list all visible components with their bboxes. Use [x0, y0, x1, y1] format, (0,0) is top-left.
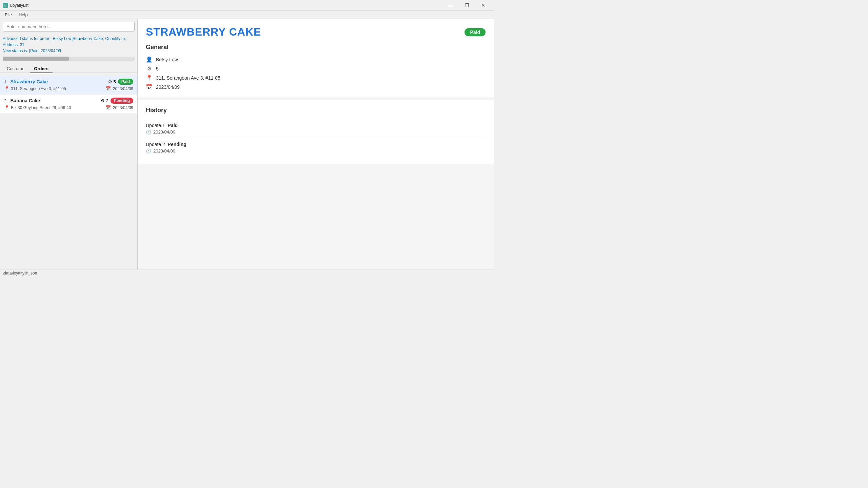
history-item: Update 2 :Pending 🕐 2023/04/09 [146, 138, 486, 157]
tab-customer[interactable]: Customer [3, 65, 30, 73]
clock-icon-2: 🕐 [146, 148, 151, 154]
history-date-2: 2023/04/09 [153, 148, 175, 154]
status-path: \data\loyaltylift.json [3, 271, 37, 276]
order-number: 1. [4, 79, 8, 84]
minimize-button[interactable]: — [443, 0, 458, 11]
location-icon: 📍 [4, 105, 9, 110]
quantity-icon: ⚙ [101, 98, 105, 103]
detail-status-badge: Paid [465, 28, 486, 36]
history-item-title: Update 1 :Paid [146, 123, 486, 128]
settings-icon: ⚙ [146, 65, 153, 72]
menu-help[interactable]: Help [15, 12, 31, 18]
history-label-1: Update 1 : [146, 123, 168, 128]
order-status-badge: Paid [118, 79, 133, 85]
history-date-row: 🕐 2023/04/09 [146, 129, 486, 135]
order-meta-row: 📍 Blk 30 Geylang Street 29, #06-40 📅 202… [4, 105, 133, 110]
order-qty-row: ⚙ 2 [101, 98, 108, 103]
quantity-icon: ⚙ [108, 79, 112, 84]
order-address: Blk 30 Geylang Street 29, #06-40 [11, 105, 71, 110]
location-icon: 📍 [4, 86, 9, 91]
general-section-title: General [146, 44, 486, 52]
detail-header: STRAWBERRY CAKE Paid [146, 26, 486, 38]
app-body: Advanced status for order: [Betsy Low]St… [0, 19, 494, 269]
info-row-address: 📍 311, Serangoon Ave 3, #11-05 [146, 75, 486, 81]
order-number: 2. [4, 98, 8, 103]
command-input-area [0, 19, 137, 34]
detail-card: STRAWBERRY CAKE Paid General 👤 Betsy Low… [138, 19, 494, 97]
clock-icon-1: 🕐 [146, 129, 151, 135]
map-pin-icon: 📍 [146, 75, 153, 81]
order-address: 311, Serangoon Ave 3, #11-05 [11, 86, 66, 91]
command-output-line1: Advanced status for order: [Betsy Low]St… [3, 36, 135, 48]
order-list: 1. Strawberry Cake ⚙ 5 Paid 📍 311, [0, 73, 137, 269]
window-controls: — ❐ ✕ [443, 0, 491, 11]
order-date-row: 📅 2023/04/09 [105, 86, 133, 91]
calendar-icon: 📅 [105, 86, 111, 91]
order-qty-row: ⚙ 5 [108, 79, 116, 84]
history-status-1: Paid [168, 123, 178, 128]
menu-file[interactable]: File [1, 12, 15, 18]
address-value: 311, Serangoon Ave 3, #11-05 [156, 75, 220, 81]
status-bar: \data\loyaltylift.json [0, 269, 494, 277]
order-name-row: 1. Strawberry Cake [4, 79, 48, 84]
order-date: 2023/04/09 [113, 105, 133, 110]
command-input[interactable] [3, 22, 135, 32]
close-button[interactable]: ✕ [475, 0, 491, 11]
scrollbar-thumb [3, 57, 69, 61]
menu-bar: File Help [0, 11, 494, 19]
info-row-date: 📅 2023/04/09 [146, 84, 486, 90]
info-row-customer: 👤 Betsy Low [146, 56, 486, 63]
info-row-quantity: ⚙ 5 [146, 65, 486, 72]
order-address-row: 📍 Blk 30 Geylang Street 29, #06-40 [4, 105, 71, 110]
order-address-row: 📍 311, Serangoon Ave 3, #11-05 [4, 86, 66, 91]
order-meta-row: 📍 311, Serangoon Ave 3, #11-05 📅 2023/04… [4, 86, 133, 91]
quantity-value: 5 [156, 66, 159, 72]
customer-name: Betsy Low [156, 57, 178, 62]
left-panel: Advanced status for order: [Betsy Low]St… [0, 19, 138, 269]
order-header-right: ⚙ 2 Pending [101, 98, 133, 104]
tabs-row: Customer Orders [0, 62, 137, 73]
history-section-title: History [146, 107, 486, 115]
history-item-title: Update 2 :Pending [146, 142, 486, 147]
order-date: 2023/04/09 [113, 86, 133, 91]
order-header-right: ⚙ 5 Paid [108, 79, 133, 85]
history-card: History Update 1 :Paid 🕐 2023/04/09 Upda… [138, 100, 494, 164]
general-info: 👤 Betsy Low ⚙ 5 📍 311, Serangoon Ave 3, … [146, 56, 486, 90]
order-name-row: 2. Banana Cake [4, 98, 40, 103]
order-name: Strawberry Cake [10, 79, 48, 84]
history-date-row: 🕐 2023/04/09 [146, 148, 486, 154]
order-status-badge: Pending [111, 98, 133, 104]
restore-button[interactable]: ❐ [459, 0, 475, 11]
order-quantity: 2 [106, 98, 108, 103]
tab-orders[interactable]: Orders [30, 65, 53, 73]
command-output: Advanced status for order: [Betsy Low]St… [0, 34, 137, 55]
order-item-header: 1. Strawberry Cake ⚙ 5 Paid [4, 79, 133, 85]
right-panel: STRAWBERRY CAKE Paid General 👤 Betsy Low… [138, 19, 494, 269]
app-icon: L [3, 3, 8, 8]
order-date-row: 📅 2023/04/09 [105, 105, 133, 110]
command-output-line2: New status is: [Paid] 2023/04/09 [3, 48, 135, 54]
order-name: Banana Cake [10, 98, 40, 103]
app-title: LoyaltyLift [10, 3, 443, 8]
date-value: 2023/04/09 [156, 84, 180, 90]
order-item-header: 2. Banana Cake ⚙ 2 Pending [4, 98, 133, 104]
order-item[interactable]: 1. Strawberry Cake ⚙ 5 Paid 📍 311, [0, 76, 137, 94]
person-icon: 👤 [146, 56, 153, 63]
title-bar: L LoyaltyLift — ❐ ✕ [0, 0, 494, 11]
detail-title: STRAWBERRY CAKE [146, 26, 261, 38]
history-date-1: 2023/04/09 [153, 129, 175, 135]
output-scrollbar[interactable] [3, 57, 135, 61]
order-quantity: 5 [113, 79, 116, 84]
calendar-icon: 📅 [105, 105, 111, 110]
calendar-detail-icon: 📅 [146, 84, 153, 90]
history-status-2: Pending [168, 142, 186, 147]
history-label-2: Update 2 : [146, 142, 168, 147]
order-item[interactable]: 2. Banana Cake ⚙ 2 Pending 📍 Blk 30 [0, 95, 137, 113]
history-item: Update 1 :Paid 🕐 2023/04/09 [146, 119, 486, 138]
